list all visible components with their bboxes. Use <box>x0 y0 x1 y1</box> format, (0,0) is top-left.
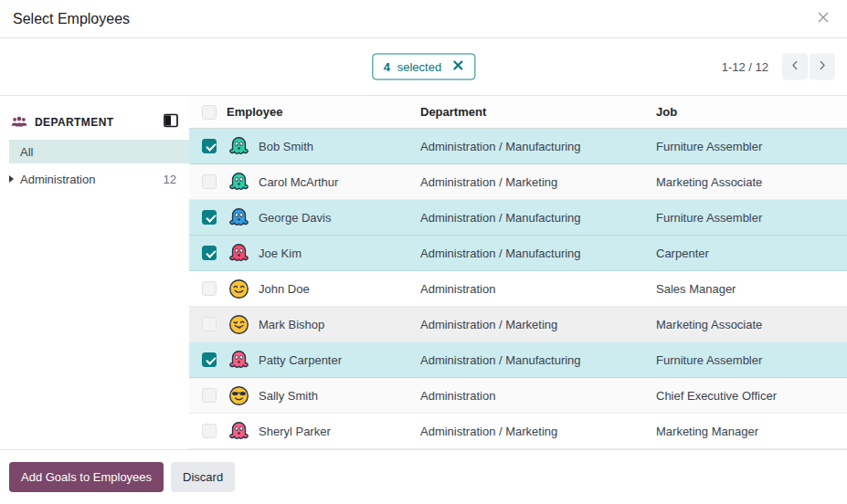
row-check-cell <box>189 246 227 260</box>
employee-name: John Doe <box>259 282 310 296</box>
department-cell: Administration / Marketing <box>420 175 656 189</box>
table-row[interactable]: Sally Smith Administration Chief Executi… <box>189 378 847 414</box>
header-department[interactable]: Department <box>420 105 656 119</box>
row-check-cell <box>189 388 227 403</box>
job-cell: Furniture Assembler <box>656 211 847 225</box>
clear-selection-icon[interactable] <box>452 60 463 74</box>
ghost-avatar-icon <box>227 134 250 158</box>
employee-name: Joe Kim <box>259 247 302 260</box>
table-header-row: Employee Department Job <box>189 96 847 129</box>
discard-button[interactable]: Discard <box>171 462 235 492</box>
row-checkbox[interactable] <box>202 388 217 403</box>
employee-cell: Sheryl Parker <box>227 419 420 443</box>
row-check-cell <box>189 210 227 225</box>
dialog-header: Select Employees <box>0 0 847 38</box>
job-cell: Marketing Associate <box>656 318 847 331</box>
table-row[interactable]: Bob Smith Administration / Manufacturing… <box>189 129 847 164</box>
close-icon <box>816 10 831 27</box>
job-cell: Sales Manager <box>656 282 847 296</box>
employee-name: Mark Bishop <box>259 318 324 331</box>
employee-name: Carol McArthur <box>259 175 338 189</box>
chevron-left-icon <box>788 58 802 76</box>
row-check-cell <box>189 317 227 331</box>
row-check-cell <box>189 139 227 153</box>
department-cell: Administration / Marketing <box>420 318 656 331</box>
pager-prev-button[interactable] <box>782 54 808 80</box>
job-cell: Marketing Associate <box>656 175 847 189</box>
job-cell: Furniture Assembler <box>656 353 847 367</box>
select-all-checkbox[interactable] <box>202 105 217 120</box>
department-cell: Administration / Manufacturing <box>420 211 656 225</box>
employee-name: Sheryl Parker <box>259 425 331 438</box>
row-checkbox[interactable] <box>202 139 217 153</box>
panel-toggle-button[interactable] <box>164 113 178 131</box>
sidebar-item-all[interactable]: All <box>9 140 189 163</box>
job-cell: Furniture Assembler <box>656 140 847 153</box>
employee-name: Patty Carpenter <box>259 353 342 367</box>
pager-buttons <box>782 54 835 80</box>
employee-cell: Mark Bishop <box>227 312 420 336</box>
face-sunglasses-avatar-icon <box>227 383 250 407</box>
department-cell: Administration / Manufacturing <box>420 247 656 260</box>
control-panel: 4 selected 1-12 / 12 <box>0 38 847 96</box>
job-cell: Carpenter <box>656 247 847 260</box>
table-row[interactable]: Mark Bishop Administration / Marketing M… <box>189 307 847 342</box>
job-cell: Chief Executive Officer <box>656 389 847 403</box>
header-job[interactable]: Job <box>656 105 847 119</box>
table-row[interactable]: George Davis Administration / Manufactur… <box>189 200 847 236</box>
header-check-cell <box>189 105 227 120</box>
face-smile-avatar-icon <box>227 277 250 300</box>
pager-next-button[interactable] <box>810 54 835 80</box>
ghost-avatar-icon <box>227 241 250 265</box>
department-cell: Administration <box>420 389 656 403</box>
row-checkbox[interactable] <box>202 352 217 367</box>
table-row[interactable]: Patty Carpenter Administration / Manufac… <box>189 342 847 378</box>
row-checkbox[interactable] <box>202 210 217 225</box>
row-checkbox[interactable] <box>202 424 217 438</box>
employee-cell: John Doe <box>227 277 420 300</box>
table-row[interactable]: Joe Kim Administration / Manufacturing C… <box>189 236 847 271</box>
sidebar-item-label: All <box>20 145 33 159</box>
caret-right-icon <box>9 175 14 183</box>
sidebar-section-title: DEPARTMENT <box>35 116 164 129</box>
header-employee[interactable]: Employee <box>227 105 420 119</box>
dialog-footer: Add Goals to Employees Discard <box>0 450 847 504</box>
add-goals-button[interactable]: Add Goals to Employees <box>9 462 164 492</box>
department-cell: Administration <box>420 282 656 296</box>
table-row[interactable]: Carol McArthur Administration / Marketin… <box>189 164 847 200</box>
selection-badge[interactable]: 4 selected <box>372 54 475 80</box>
ghost-avatar-icon <box>227 170 250 194</box>
ghost-avatar-icon <box>227 348 250 372</box>
table-row[interactable]: Sheryl Parker Administration / Marketing… <box>189 414 847 449</box>
employee-name: George Davis <box>259 211 331 225</box>
employee-name: Bob Smith <box>259 140 313 153</box>
department-cell: Administration / Manufacturing <box>420 140 656 153</box>
select-employees-dialog: Select Employees 4 selected 1-12 / 12 <box>0 0 847 504</box>
row-checkbox[interactable] <box>202 281 217 296</box>
selection-count-text: 4 selected <box>384 60 441 74</box>
face-tongue-avatar-icon <box>227 312 250 336</box>
dialog-body: DEPARTMENT All Administration 12 <box>0 96 847 450</box>
department-sidebar: DEPARTMENT All Administration 12 <box>0 96 189 449</box>
employee-table-body: Bob Smith Administration / Manufacturing… <box>189 129 847 449</box>
department-cell: Administration / Marketing <box>420 425 656 438</box>
employee-cell: Sally Smith <box>227 383 420 407</box>
row-checkbox[interactable] <box>202 174 217 189</box>
chevron-right-icon <box>815 58 830 76</box>
row-checkbox[interactable] <box>202 317 217 331</box>
close-dialog-button[interactable] <box>812 6 834 31</box>
employee-cell: George Davis <box>227 205 420 229</box>
row-check-cell <box>189 352 227 367</box>
row-check-cell <box>189 424 227 438</box>
table-row[interactable]: John Doe Administration Sales Manager <box>189 271 847 307</box>
department-cell: Administration / Manufacturing <box>420 353 656 367</box>
pager-range: 1-12 / 12 <box>722 60 768 74</box>
panel-toggle-icon <box>164 113 178 131</box>
sidebar-item-count: 12 <box>164 173 176 186</box>
sidebar-header: DEPARTMENT <box>0 108 189 140</box>
pager: 1-12 / 12 <box>722 54 835 80</box>
ghost-avatar-icon <box>227 205 250 229</box>
sidebar-item-administration[interactable]: Administration 12 <box>0 167 189 191</box>
employee-cell: Bob Smith <box>227 134 420 158</box>
row-checkbox[interactable] <box>202 246 217 260</box>
